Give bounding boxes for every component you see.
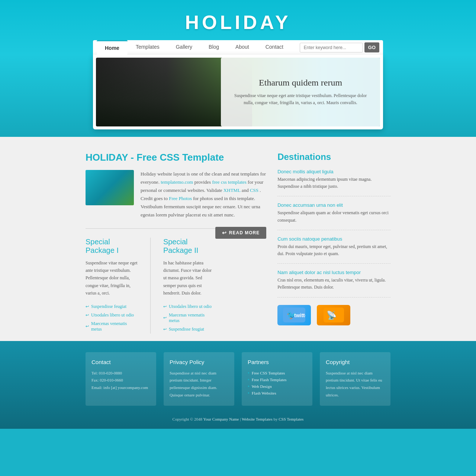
intro-phrase1: provides [194,179,212,185]
pkg2-link-3[interactable]: Suspendisse feugiat [163,325,215,334]
social-icons: 🐦 twitter 📡 [277,305,390,325]
link-templatemo[interactable]: templatemo.com [161,179,193,185]
copyright-bar: Copyright © 2048 Your Company Name | Web… [0,413,476,421]
package-1-list: Suspendisse feugiat Utsodales libero ut … [86,302,138,334]
intro-text: Holiday website layout is one of the cle… [141,170,266,219]
footer-privacy-title: Privacy Policy [170,359,228,365]
footer-copyright-text: Suspendisse at nisl nec diam pretium tin… [326,370,385,399]
hero-container: Etharum quidem rerum Suspendisse vitae n… [93,55,383,129]
read-more-button[interactable]: READ MORE [215,227,266,239]
partner-link-0[interactable]: Free CSS Templates [248,370,306,376]
dest-desc-0: Maecenas adipiscing elementum ipsum vita… [277,176,390,190]
page-heading: HOLIDAY - Free CSS Template [86,152,266,163]
package-2-text: In hac habitasse platea dictumst. Fusce … [163,259,215,297]
footer-partners-title: Partners [248,359,306,365]
hero-overlay: Etharum quidem rerum Suspendisse vitae n… [221,58,380,126]
link-free-photos[interactable]: Free Photos [169,196,192,201]
dest-link-2[interactable]: Cum sociis natoque penatibus [277,236,390,242]
nav-blog[interactable]: Blog [200,40,227,55]
footer-contact-email: Email: info [at] yourcompany.com [91,384,150,392]
footer-partners-list: Free CSS Templates Free Flash Templates … [248,370,306,396]
dest-desc-3: Cras nisl eros, elementum eu, iaculis vi… [277,277,390,291]
package-divider [150,238,151,334]
pkg1-link-2[interactable]: Utsodales libero ut odio [86,311,138,319]
footer-contact: Contact Tel: 010-020-0880 Fax: 020-010-0… [86,352,156,406]
svg-text:📡: 📡 [327,310,337,320]
sep1: | [240,417,241,421]
intro-phrase3: and [242,187,250,193]
package-2-title: Special Package II [163,238,215,255]
partner-link-2[interactable]: Web Design [248,383,306,390]
pkg2-link-2[interactable]: Maecenas venenatis metus [163,311,215,325]
link-css[interactable]: CSS [250,187,258,193]
main-content: HOLIDAY - Free CSS Template Holiday webs… [86,152,266,334]
nav-templates[interactable]: Templates [128,40,168,55]
website-templates-link[interactable]: Website Templates [242,417,273,421]
footer-privacy-text: Suspendisse at nisl nec diam pretium tin… [170,370,228,399]
nav-wrapper: Home Templates Gallery Blog About Contac… [93,40,383,55]
site-title: HOLIDAY [0,11,476,33]
link-free-css[interactable]: free css templates [212,179,246,185]
dest-desc-1: Suspendisse aliquam quam ac dolor venena… [277,209,390,223]
footer-privacy: Privacy Policy Suspendisse at nisl nec d… [164,352,234,406]
partner-link-1[interactable]: Free Flash Templates [248,376,306,383]
dest-link-0[interactable]: Donec mollis aliquet ligula [277,169,390,174]
css-templates-link[interactable]: CSS Templates [279,417,303,421]
footer-contact-tel: Tel: 010-020-0880 [91,370,150,377]
hero-title: Etharum quidem rerum [230,78,371,88]
nav-links: Home Templates Gallery Blog About Contac… [97,40,300,55]
search-button[interactable]: GO [364,42,379,52]
dest-item-2: Cum sociis natoque penatibus Proin dui m… [277,236,390,264]
content-inner: HOLIDAY - Free CSS Template Holiday webs… [86,152,390,334]
rss-svg: 📡 [324,308,344,322]
footer-copyright-title: Copyright [326,359,385,365]
nav-home[interactable]: Home [97,40,128,55]
nav-about[interactable]: About [227,40,257,55]
package-1-title: Special Package I [86,238,138,255]
package-1-text: Suspendisse vitae neque eget ante tristi… [86,259,138,297]
package-1: Special Package I Suspendisse vitae nequ… [86,238,138,334]
footer: Contact Tel: 010-020-0880 Fax: 020-010-0… [0,341,476,429]
search-input[interactable] [300,43,363,52]
intro-block: Holiday website layout is one of the cle… [86,170,266,219]
pkg1-link-3[interactable]: Maecenas venenatis metus [86,319,138,334]
dest-item-0: Donec mollis aliquet ligula Maecenas adi… [277,169,390,196]
dest-item-3: Nam aliquet dolor ac nisl luctus tempor … [277,270,390,297]
content-area: HOLIDAY - Free CSS Template Holiday webs… [0,137,476,341]
hero-text: Suspendisse vitae neque eget ante tristi… [230,92,371,106]
dest-item-1: Donec accumsan urna non elit Suspendisse… [277,202,390,230]
dest-desc-2: Proin dui mauris, tempor eget, pulvinar … [277,243,390,257]
section-divider [86,228,215,229]
nav-contact[interactable]: Contact [257,40,292,55]
footer-inner: Contact Tel: 010-020-0880 Fax: 020-010-0… [86,352,390,406]
intro-image [86,170,134,205]
dest-link-1[interactable]: Donec accumsan urna non elit [277,202,390,208]
by-text: by [273,417,277,421]
search-area: GO [300,42,379,52]
rss-icon[interactable]: 📡 [317,305,350,325]
header: HOLIDAY Home Templates Gallery Blog Abou… [0,0,476,137]
dest-link-3[interactable]: Nam aliquet dolor ac nisl luctus tempor [277,270,390,275]
package-2: Special Package II In hac habitasse plat… [163,238,215,334]
sidebar: Destinations Donec mollis aliquet ligula… [277,152,390,334]
destinations-title: Destinations [277,152,390,162]
link-xhtml[interactable]: XHTML [223,187,241,193]
company-name-link[interactable]: Your Company Name [203,417,239,421]
footer-copyright-col: Copyright Suspendisse at nisl nec diam p… [320,352,390,406]
nav-gallery[interactable]: Gallery [168,40,200,55]
twitter-svg: 🐦 twitter [283,308,305,322]
twitter-icon[interactable]: 🐦 twitter [277,305,311,325]
partner-link-3[interactable]: Flash Websites [248,390,306,396]
copyright-text: Copyright © 2048 [173,417,202,421]
pkg1-link-1[interactable]: Suspendisse feugiat [86,302,138,311]
footer-contact-fax: Fax: 020-010-0660 [91,377,150,384]
hero-image: Etharum quidem rerum Suspendisse vitae n… [96,58,380,126]
footer-contact-title: Contact [91,359,150,365]
svg-text:twitter: twitter [294,312,305,318]
footer-partners: Partners Free CSS Templates Free Flash T… [242,352,312,406]
package-2-list: Utsodales libero ut odio Maecenas venena… [163,302,215,334]
packages: Special Package I Suspendisse vitae nequ… [86,238,215,334]
pkg2-link-1[interactable]: Utsodales libero ut odio [163,302,215,311]
